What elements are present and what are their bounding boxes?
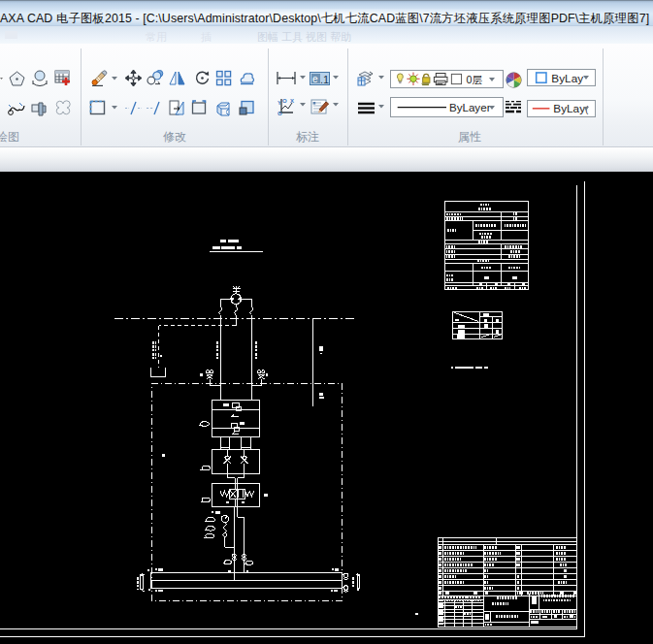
svg-text:ByLayer: ByLayer bbox=[449, 101, 491, 113]
svg-text:Y: Y bbox=[278, 100, 281, 106]
svg-text:.1: .1 bbox=[320, 74, 329, 85]
svg-text:0层: 0层 bbox=[466, 73, 482, 84]
svg-text:e: e bbox=[312, 74, 318, 84]
svg-text:O: O bbox=[278, 111, 282, 115]
svg-text:ByLay: ByLay bbox=[552, 71, 584, 83]
svg-text:O: O bbox=[282, 98, 287, 104]
svg-text:X: X bbox=[290, 98, 294, 104]
svg-text:ByLay: ByLay bbox=[554, 103, 586, 115]
